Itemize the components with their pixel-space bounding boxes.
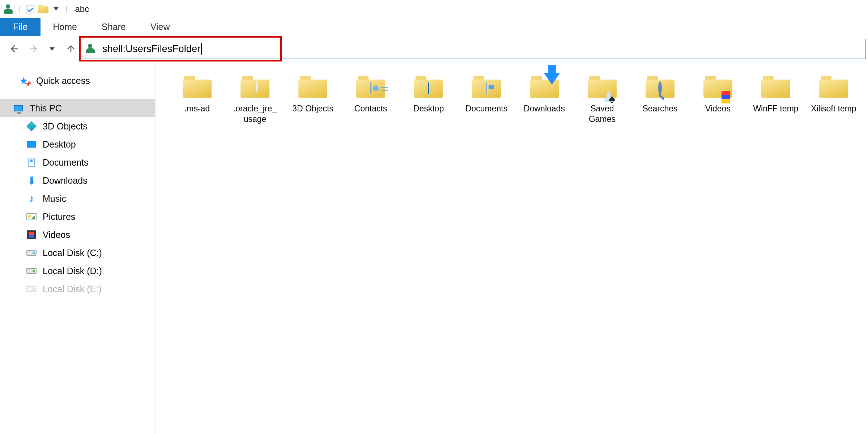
tree-item-desktop[interactable]: Desktop xyxy=(0,135,155,153)
up-button[interactable] xyxy=(63,41,79,57)
folder-item[interactable]: WinFF temp xyxy=(752,72,799,124)
item-label: Downloads xyxy=(524,103,565,114)
quick-access-icon: ★ xyxy=(18,75,29,86)
tree-item-disk-c[interactable]: Local Disk (C:) xyxy=(0,244,155,262)
folder-item[interactable]: .ms-ad xyxy=(174,72,221,124)
title-bar: | | abc xyxy=(0,0,868,18)
address-bar-text[interactable]: shell:UsersFilesFolder xyxy=(102,43,200,55)
folder-item[interactable]: 3D Objects xyxy=(289,72,336,124)
tree-item-disk-d[interactable]: Local Disk (D:) xyxy=(0,262,155,280)
tree-label: Desktop xyxy=(43,139,76,150)
tree-item-documents[interactable]: Documents xyxy=(0,153,155,171)
text-caret xyxy=(201,43,202,55)
item-label: 3D Objects xyxy=(292,103,333,114)
item-label: WinFF temp xyxy=(753,103,798,114)
downloads-icon: ⬇ xyxy=(26,175,37,186)
pictures-icon xyxy=(26,211,37,222)
home-tab[interactable]: Home xyxy=(41,18,89,36)
folder-item[interactable]: Saved Games xyxy=(579,72,626,124)
folder-item[interactable]: Videos xyxy=(694,72,741,124)
tree-quick-access[interactable]: ★ Quick access xyxy=(0,72,155,90)
back-button[interactable] xyxy=(7,41,22,57)
tree-label: Videos xyxy=(43,230,70,240)
tree-label: Downloads xyxy=(43,175,88,186)
item-label: Saved Games xyxy=(579,103,626,124)
drive-icon xyxy=(26,247,37,258)
desktop-icon xyxy=(26,139,37,150)
tree-label: Local Disk (E:) xyxy=(43,284,102,294)
folder-item[interactable]: Documents xyxy=(463,72,510,124)
folder-icon xyxy=(298,76,327,98)
cube-icon xyxy=(26,121,37,132)
qat-dropdown-icon[interactable] xyxy=(51,4,61,14)
ribbon: File Home Share View xyxy=(0,18,868,36)
folder-icon xyxy=(761,76,790,98)
item-label: .ms-ad xyxy=(184,103,210,114)
tree-label: Local Disk (C:) xyxy=(43,248,102,258)
tree-item-downloads[interactable]: ⬇ Downloads xyxy=(0,171,155,190)
address-bar[interactable]: shell:UsersFilesFolder xyxy=(82,39,866,59)
tree-label: Pictures xyxy=(43,212,75,222)
desktop-overlay-icon xyxy=(428,83,429,93)
forward-button[interactable] xyxy=(25,41,41,57)
tree-item-disk-e[interactable]: Local Disk (E:) xyxy=(0,280,155,298)
folder-item[interactable]: Xilisoft temp xyxy=(810,72,857,124)
item-label: Contacts xyxy=(354,103,387,114)
item-label: Desktop xyxy=(413,103,444,114)
folder-item[interactable]: Downloads xyxy=(521,72,568,124)
tree-label: Music xyxy=(43,193,66,204)
folder-item[interactable]: Contacts xyxy=(347,72,394,124)
tree-this-pc[interactable]: This PC xyxy=(0,99,155,117)
navigation-pane[interactable]: ★ Quick access This PC 3D Objects Deskto… xyxy=(0,61,156,434)
videos-icon xyxy=(26,229,37,240)
download-overlay-icon xyxy=(544,85,560,95)
tree-item-pictures[interactable]: Pictures xyxy=(0,208,155,226)
documents-icon xyxy=(26,157,37,168)
separator: | xyxy=(64,4,70,14)
tree-label: Documents xyxy=(43,157,88,168)
folder-icon xyxy=(183,76,212,98)
item-label: Xilisoft temp xyxy=(811,103,856,114)
folder-item[interactable]: Desktop xyxy=(405,72,452,124)
this-pc-icon xyxy=(13,103,24,114)
user-icon xyxy=(3,4,14,14)
chevron-down-icon xyxy=(50,47,55,51)
tree-item-music[interactable]: ♪ Music xyxy=(0,190,155,208)
explorer-body: ★ Quick access This PC 3D Objects Deskto… xyxy=(0,61,868,434)
folder-icon xyxy=(819,76,848,98)
recent-locations-button[interactable] xyxy=(44,41,60,57)
tree-label: This PC xyxy=(30,103,62,114)
new-folder-qat-icon[interactable] xyxy=(38,4,48,14)
tree-label: 3D Objects xyxy=(43,121,88,132)
search-overlay-icon xyxy=(658,83,662,93)
paper-overlay-icon xyxy=(255,83,255,93)
drive-icon xyxy=(26,284,37,294)
music-icon: ♪ xyxy=(26,193,37,204)
item-label: Searches xyxy=(642,103,677,114)
folder-item[interactable]: Searches xyxy=(637,72,684,124)
tree-label: Local Disk (D:) xyxy=(43,266,102,276)
item-label: Videos xyxy=(705,103,731,114)
arrow-up-icon xyxy=(65,43,76,54)
share-tab[interactable]: Share xyxy=(89,18,138,36)
document-overlay-icon xyxy=(486,83,487,93)
user-folder-icon xyxy=(86,44,96,54)
item-label: Documents xyxy=(465,103,507,114)
content-pane[interactable]: .ms-ad .oracle_jre_usage 3D Objects xyxy=(156,61,868,434)
file-tab[interactable]: File xyxy=(0,18,41,36)
separator: | xyxy=(16,4,22,14)
contact-overlay-icon xyxy=(370,83,371,93)
view-tab[interactable]: View xyxy=(138,18,182,36)
tree-item-3d-objects[interactable]: 3D Objects xyxy=(0,117,155,135)
arrow-right-icon xyxy=(28,43,39,54)
item-label: .oracle_jre_usage xyxy=(231,103,278,124)
tree-label: Quick access xyxy=(36,76,90,86)
folder-item[interactable]: .oracle_jre_usage xyxy=(231,72,278,124)
tree-item-videos[interactable]: Videos xyxy=(0,226,155,244)
navigation-bar: shell:UsersFilesFolder xyxy=(0,36,868,61)
drive-icon xyxy=(26,265,37,276)
item-grid: .ms-ad .oracle_jre_usage 3D Objects xyxy=(174,72,864,124)
window-title: abc xyxy=(72,4,89,14)
properties-qat-icon[interactable] xyxy=(25,4,35,14)
arrow-left-icon xyxy=(9,43,20,54)
